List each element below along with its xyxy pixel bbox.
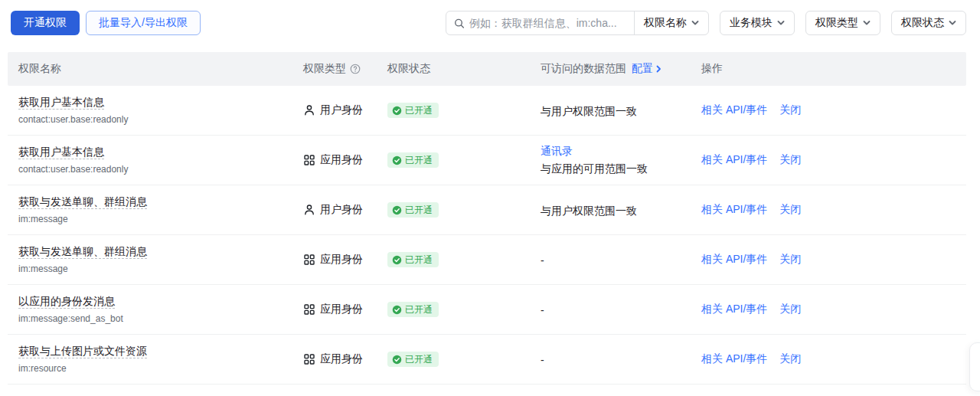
header-scope-label: 可访问的数据范围: [541, 62, 626, 76]
permission-name-cell: 获取与上传图片或文件资源 im:resource: [18, 345, 303, 374]
permission-status-cell: 已开通: [387, 252, 541, 267]
search-input[interactable]: [469, 17, 626, 29]
app-icon: [303, 303, 315, 316]
permission-type-cell: 应用身份: [303, 303, 387, 316]
table-row: 获取与上传图片或文件资源 im:resource 应用身份 已开通 - 相关 A…: [8, 335, 966, 385]
app-icon: [303, 154, 315, 166]
filter-business-module[interactable]: 业务模块: [720, 11, 795, 35]
permission-status-cell: 已开通: [387, 302, 541, 317]
permission-name: 以应用的身份发消息: [18, 295, 115, 309]
table-body: 获取用户基本信息 contact:user.base:readonly 用户身份…: [8, 86, 966, 385]
toolbar: 开通权限 批量导入/导出权限 权限名称 业务模块 权限类型 权限状态: [0, 0, 980, 35]
scope-config-label: 配置: [632, 62, 653, 76]
status-badge-label: 已开通: [405, 304, 433, 315]
user-icon: [303, 104, 315, 116]
filter-label: 权限状态: [901, 16, 944, 30]
scope-text: -: [541, 253, 701, 269]
related-api-events-link[interactable]: 相关 API/事件: [701, 303, 767, 316]
related-api-events-link[interactable]: 相关 API/事件: [701, 352, 767, 366]
scope-cell: -: [541, 351, 701, 368]
permission-name-cell: 以应用的身份发消息 im:message:send_as_bot: [18, 295, 303, 324]
permission-name-cell: 获取用户基本信息 contact:user.base:readonly: [18, 96, 303, 125]
search-category-select[interactable]: 权限名称: [634, 11, 708, 34]
permission-name-cell: 获取用户基本信息 contact:user.base:readonly: [18, 146, 303, 175]
close-permission-link[interactable]: 关闭: [779, 253, 801, 267]
permission-status-cell: 已开通: [387, 352, 541, 367]
chevron-down-icon: [863, 19, 871, 27]
related-api-events-link[interactable]: 相关 API/事件: [701, 253, 767, 267]
check-circle-icon: [392, 255, 402, 265]
table-header: 权限名称 权限类型 权限状态 可访问的数据范围 配置 操作: [8, 52, 966, 86]
permission-name: 获取与发送单聊、群组消息: [18, 195, 147, 209]
permission-type-label: 应用身份: [320, 153, 363, 167]
scope-text: -: [541, 352, 701, 368]
related-api-events-link[interactable]: 相关 API/事件: [701, 103, 767, 117]
permission-type-cell: 应用身份: [303, 153, 387, 167]
actions-cell: 相关 API/事件 关闭: [701, 253, 956, 267]
search-category-label: 权限名称: [644, 16, 687, 30]
status-badge-label: 已开通: [405, 254, 433, 265]
status-badge: 已开通: [387, 152, 439, 168]
chevron-down-icon: [777, 19, 785, 27]
permission-name: 获取用户基本信息: [18, 96, 104, 110]
header-type: 权限类型: [303, 62, 387, 76]
scope-cell: 与用户权限范围一致: [541, 102, 701, 119]
app-icon: [303, 254, 315, 266]
scope-config-link[interactable]: 配置: [632, 62, 662, 76]
permission-code: im:message:send_as_bot: [18, 313, 303, 324]
status-badge: 已开通: [387, 202, 439, 218]
search-group: 权限名称: [446, 11, 709, 35]
filter-permission-type[interactable]: 权限类型: [805, 11, 880, 35]
scope-link[interactable]: 通讯录: [541, 143, 701, 159]
table-row: 获取与发送单聊、群组消息 im:message 用户身份 已开通 与用户权限范围…: [8, 185, 966, 235]
open-permission-button[interactable]: 开通权限: [11, 11, 80, 35]
close-permission-link[interactable]: 关闭: [779, 153, 801, 167]
permission-name: 获取用户基本信息: [18, 146, 104, 159]
permission-code: im:resource: [18, 363, 303, 374]
batch-import-export-button[interactable]: 批量导入/导出权限: [86, 11, 201, 35]
header-status: 权限状态: [387, 62, 541, 76]
permission-type-label: 用户身份: [320, 203, 363, 217]
close-permission-link[interactable]: 关闭: [779, 203, 801, 217]
filter-permission-status[interactable]: 权限状态: [891, 11, 966, 35]
search-box[interactable]: [446, 11, 634, 34]
related-api-events-link[interactable]: 相关 API/事件: [701, 203, 767, 217]
permission-name-cell: 获取与发送单聊、群组消息 im:message: [18, 245, 303, 274]
status-badge: 已开通: [387, 302, 439, 317]
table-row: 以应用的身份发消息 im:message:send_as_bot 应用身份 已开…: [8, 285, 966, 335]
status-badge: 已开通: [387, 252, 439, 267]
chevron-right-icon: [655, 65, 662, 73]
check-circle-icon: [392, 355, 402, 365]
check-circle-icon: [392, 106, 402, 116]
filter-label: 业务模块: [730, 16, 773, 30]
status-badge-label: 已开通: [405, 354, 433, 365]
permission-name: 获取与上传图片或文件资源: [18, 345, 147, 358]
side-float-handle[interactable]: [969, 342, 980, 391]
permission-name-cell: 获取与发送单聊、群组消息 im:message: [18, 195, 303, 224]
app-icon: [303, 353, 315, 365]
permission-type-label: 应用身份: [320, 303, 363, 316]
scope-text: 与用户权限范围一致: [541, 103, 701, 119]
close-permission-link[interactable]: 关闭: [779, 303, 801, 316]
filter-label: 权限类型: [815, 16, 858, 30]
search-icon: [454, 18, 465, 29]
actions-cell: 相关 API/事件 关闭: [701, 103, 956, 117]
chevron-down-icon: [691, 19, 699, 27]
status-badge: 已开通: [387, 352, 439, 367]
table-row: 获取用户基本信息 contact:user.base:readonly 用户身份…: [8, 86, 966, 136]
check-circle-icon: [392, 155, 402, 165]
help-icon[interactable]: [350, 64, 361, 74]
table-row: 获取与发送单聊、群组消息 im:message 应用身份 已开通 - 相关 AP…: [8, 235, 966, 285]
status-badge-label: 已开通: [405, 105, 433, 116]
actions-cell: 相关 API/事件 关闭: [701, 153, 956, 167]
status-badge: 已开通: [387, 103, 439, 118]
permission-code: contact:user.base:readonly: [18, 164, 303, 175]
scope-text: 与用户权限范围一致: [541, 203, 701, 219]
scope-text: -: [541, 303, 701, 319]
toolbar-right: 权限名称 业务模块 权限类型 权限状态: [446, 11, 966, 35]
close-permission-link[interactable]: 关闭: [779, 352, 801, 366]
actions-cell: 相关 API/事件 关闭: [701, 303, 956, 316]
permission-type-cell: 应用身份: [303, 253, 387, 267]
related-api-events-link[interactable]: 相关 API/事件: [701, 153, 767, 167]
close-permission-link[interactable]: 关闭: [779, 103, 801, 117]
